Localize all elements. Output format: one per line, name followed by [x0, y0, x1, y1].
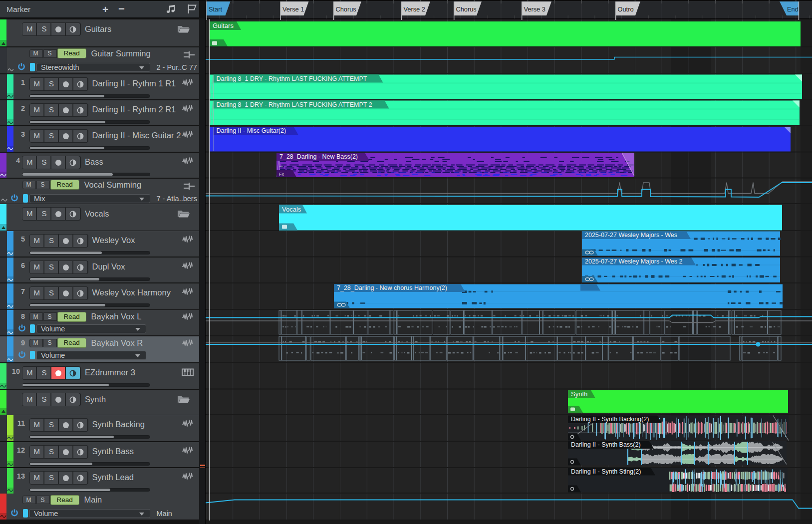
svg-text:End: End: [787, 5, 799, 13]
svg-text:Outro: Outro: [618, 5, 634, 13]
svg-text:Fx: Fx: [279, 172, 284, 177]
svg-text:Darling II - Synth Sting(2): Darling II - Synth Sting(2): [571, 468, 641, 475]
svg-text:Darling II - Synth Backing(2): Darling II - Synth Backing(2): [571, 416, 649, 423]
svg-text:Guitars: Guitars: [213, 22, 234, 29]
svg-text:7_28_Darling - New Bass(2): 7_28_Darling - New Bass(2): [279, 153, 358, 160]
svg-text:Start: Start: [209, 5, 222, 13]
svg-text:Darling 8_1 DRY - Rhythm LAST: Darling 8_1 DRY - Rhythm LAST FUCKING AT…: [217, 75, 367, 82]
svg-text:Verse 2: Verse 2: [404, 5, 425, 13]
svg-text:Verse 1: Verse 1: [282, 5, 304, 13]
svg-text:Darling II - Misc Guitar(2): Darling II - Misc Guitar(2): [217, 127, 286, 134]
svg-text:Chorus: Chorus: [456, 5, 477, 13]
svg-text:2025-07-27 Wesley Majors - Wes: 2025-07-27 Wesley Majors - Wes 2: [585, 258, 683, 265]
svg-text:Synth: Synth: [571, 390, 587, 398]
svg-text:Verse 3: Verse 3: [524, 5, 545, 13]
svg-text:Darling 8_1 DRY - Rhythm LAST: Darling 8_1 DRY - Rhythm LAST FUCKING AT…: [217, 101, 372, 108]
svg-text:Darling II - Synth Bass(2): Darling II - Synth Bass(2): [571, 441, 641, 448]
svg-text:7_28_Darling - New chorus Harm: 7_28_Darling - New chorus Harmony(2): [337, 284, 447, 291]
svg-text:2025-07-27 Wesley Majors - Wes: 2025-07-27 Wesley Majors - Wes: [585, 232, 677, 239]
svg-text:Chorus: Chorus: [336, 5, 356, 13]
svg-text:Vocals: Vocals: [282, 206, 301, 213]
